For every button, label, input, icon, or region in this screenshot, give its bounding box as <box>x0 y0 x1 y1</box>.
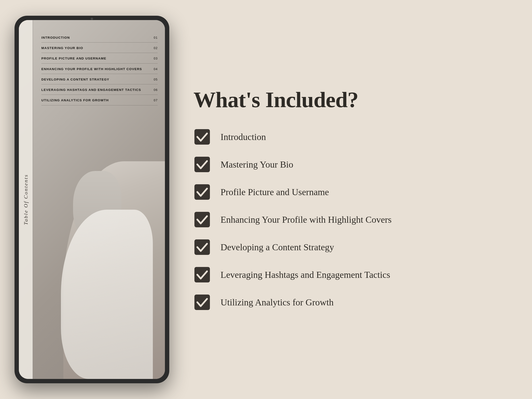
toc-divider <box>41 42 158 43</box>
checklist-item: Leveraging Hashtags and Engagement Tacti… <box>193 266 510 283</box>
checklist-item: Utilizing Analytics for Growth <box>193 294 510 311</box>
toc-item-number: 06 <box>154 88 158 92</box>
toc-item-number: 07 <box>154 98 158 102</box>
checklist: Introduction Mastering Your Bio Profile … <box>193 128 510 311</box>
right-panel: What's Included? Introduction Mastering … <box>169 69 532 331</box>
toc-item-title: UTILIZING ANALYTICS FOR GROWTH <box>41 98 154 103</box>
toc-item-number: 03 <box>154 57 158 60</box>
toc-sidebar-label: Table Of Contents <box>23 174 29 225</box>
toc-item: MASTERING YOUR BIO 02 <box>41 43 158 53</box>
checklist-label: Developing a Content Strategy <box>221 242 334 253</box>
toc-item: PROFILE PICTURE AND USERNAME 03 <box>41 53 158 63</box>
check-icon <box>193 266 211 283</box>
toc-content: INTRODUCTION 01 MASTERING YOUR BIO 02 PR… <box>33 20 165 379</box>
checklist-label: Introduction <box>221 132 266 143</box>
check-icon <box>193 294 211 311</box>
toc-item: DEVELOPING A CONTENT STRATEGY 05 <box>41 74 158 84</box>
checklist-label: Mastering Your Bio <box>221 159 293 170</box>
checklist-item: Profile Picture and Username <box>193 183 510 201</box>
toc-item-title: LEVERAGING HASHTAGS AND ENGAGEMENT TACTI… <box>41 88 154 92</box>
toc-item-title: DEVELOPING A CONTENT STRATEGY <box>41 77 154 82</box>
check-icon <box>193 128 211 146</box>
tablet-screen: Table Of Contents INTRODUCTION 01 MASTER… <box>19 20 165 379</box>
checklist-label: Utilizing Analytics for Growth <box>221 297 334 308</box>
checklist-label: Profile Picture and Username <box>221 187 329 198</box>
toc-divider <box>41 95 158 95</box>
checklist-item: Developing a Content Strategy <box>193 238 510 256</box>
toc-divider <box>41 63 158 64</box>
toc-item-title: PROFILE PICTURE AND USERNAME <box>41 56 154 61</box>
tablet-device: Table Of Contents INTRODUCTION 01 MASTER… <box>15 16 169 383</box>
toc-divider <box>41 105 158 105</box>
check-icon <box>193 183 211 201</box>
toc-item-number: 02 <box>154 46 158 50</box>
toc-item-title: INTRODUCTION <box>41 36 154 40</box>
toc-divider <box>41 53 158 53</box>
checklist-item: Introduction <box>193 128 510 146</box>
check-icon <box>193 238 211 256</box>
checklist-label: Enhancing Your Profile with Highlight Co… <box>221 214 392 225</box>
toc-item: UTILIZING ANALYTICS FOR GROWTH 07 <box>41 95 158 105</box>
toc-item-title: ENHANCING YOUR PROFILE WITH HIGHLIGHT CO… <box>41 67 154 71</box>
checklist-item: Enhancing Your Profile with Highlight Co… <box>193 211 510 228</box>
toc-item: LEVERAGING HASHTAGS AND ENGAGEMENT TACTI… <box>41 84 158 95</box>
toc-item-number: 01 <box>154 36 158 39</box>
toc-divider <box>41 84 158 84</box>
toc-item-number: 05 <box>154 78 158 81</box>
toc-item-title: MASTERING YOUR BIO <box>41 46 154 50</box>
toc-item: INTRODUCTION 01 <box>41 32 158 43</box>
checklist-item: Mastering Your Bio <box>193 156 510 173</box>
check-icon <box>193 156 211 173</box>
toc-sidebar: Table Of Contents <box>19 20 33 379</box>
toc-divider <box>41 74 158 74</box>
toc-item-number: 04 <box>154 67 158 71</box>
check-icon <box>193 211 211 228</box>
checklist-label: Leveraging Hashtags and Engagement Tacti… <box>221 269 390 281</box>
section-heading: What's Included? <box>193 88 510 111</box>
toc-item: ENHANCING YOUR PROFILE WITH HIGHLIGHT CO… <box>41 64 158 74</box>
